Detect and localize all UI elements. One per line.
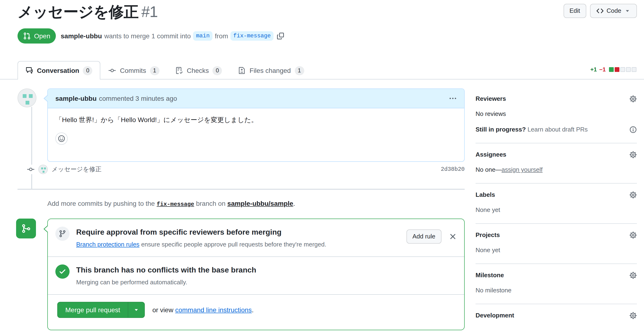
tab-files-changed[interactable]: Files changed 1 (230, 61, 312, 80)
avatar[interactable] (18, 88, 36, 108)
commit-sha-link[interactable]: 2d38b20 (441, 166, 465, 173)
no-reviews-text: No reviews (476, 109, 637, 119)
development-section: Development (476, 304, 637, 329)
diffstat-block-neutral (632, 67, 636, 72)
comment-header: sample-ubbu commented 3 minutes ago (48, 89, 464, 108)
development-heading: Development (476, 311, 514, 320)
files-changed-count: 1 (294, 66, 304, 75)
diffstat-block-neutral (626, 67, 631, 72)
add-rule-button[interactable]: Add rule (406, 230, 442, 244)
comment-author-link[interactable]: sample-ubbu (55, 94, 96, 102)
milestone-empty-text: No milestone (476, 286, 637, 295)
commits-count: 1 (150, 66, 159, 75)
gear-icon[interactable] (629, 231, 637, 239)
pr-sidebar: Reviewers No reviews Still in progress? … (476, 88, 637, 329)
no-assignee-text: No one— (476, 166, 502, 173)
base-branch-label[interactable]: main (193, 31, 212, 41)
pr-meta-text: sample-ubbu wants to merge 1 commit into… (61, 31, 284, 41)
mergeability-section: This branch has no conflicts with the ba… (48, 257, 464, 295)
code-icon (596, 7, 604, 15)
caret-down-icon (624, 8, 631, 14)
caret-down-icon (133, 306, 140, 313)
assign-yourself-link[interactable]: assign yourself (502, 166, 542, 173)
no-conflicts-subtitle: Merging can be performed automatically. (76, 278, 256, 287)
git-merge-icon (21, 224, 31, 233)
author-link[interactable]: sample-ubbu (61, 32, 102, 40)
deletions-count: −1 (599, 66, 606, 73)
pr-content: sample-ubbu commented 3 minutes ago 「Hel… (0, 80, 644, 332)
edit-button[interactable]: Edit (563, 4, 586, 18)
labels-section: Labels None yet (476, 184, 637, 224)
reviewers-section: Reviewers No reviews Still in progress? … (476, 88, 637, 143)
pull-request-icon (23, 32, 31, 40)
comment-body: 「Hello 世界!」から「Hello World!」にメッセージを変更しました… (48, 108, 464, 152)
command-line-instructions-link[interactable]: command line instructions (175, 306, 252, 314)
copy-branch-button[interactable] (277, 32, 284, 40)
milestone-section: Milestone No milestone (476, 264, 637, 304)
assignees-section: Assignees No one—assign yourself (476, 143, 637, 184)
pr-number: #1 (142, 3, 158, 20)
branch-icon-circle (55, 226, 70, 241)
branch-protection-rules-link[interactable]: Branch protection rules (76, 241, 139, 248)
code-button[interactable]: Code (590, 4, 637, 18)
cli-hint: or view command line instructions. (152, 306, 254, 314)
git-branch-icon (59, 230, 66, 238)
projects-section: Projects None yet (476, 224, 637, 264)
branch-protection-title: Require approval from specific reviewers… (76, 226, 326, 238)
pull-request-page: メッセージを修正#1 Edit Code Open sample-ubbu wa… (0, 0, 644, 334)
labels-heading: Labels (476, 190, 495, 200)
conversation-icon (26, 67, 33, 74)
commit-icon (27, 165, 34, 174)
no-conflicts-title: This branch has no conflicts with the ba… (76, 264, 256, 276)
commit-message-link[interactable]: メッセージを修正 (52, 165, 102, 174)
status-badge: Open (18, 28, 56, 44)
assignees-heading: Assignees (476, 150, 506, 160)
projects-heading: Projects (476, 230, 500, 240)
commit-row: メッセージを修正 2d38b20 (27, 164, 465, 175)
head-branch-label[interactable]: fix-message (230, 31, 274, 41)
gear-icon[interactable] (629, 95, 637, 103)
info-icon[interactable] (629, 126, 637, 134)
add-reaction-button[interactable] (55, 132, 68, 145)
labels-empty-text: None yet (476, 205, 637, 215)
diffstat-block-neutral (620, 67, 625, 72)
gear-icon[interactable] (629, 191, 637, 199)
tab-conversation[interactable]: Conversation 0 (18, 61, 100, 80)
reviewers-heading: Reviewers (476, 94, 506, 104)
merge-actions-footer: Merge pull request or view command line … (48, 295, 464, 325)
merge-pull-request-button[interactable]: Merge pull request (57, 302, 145, 318)
copy-icon (277, 32, 284, 40)
check-icon-circle (55, 264, 70, 279)
repo-link[interactable]: sample-ubbu/sample (227, 200, 293, 207)
conversation-count: 0 (83, 66, 92, 75)
diffstat-block-added (609, 67, 614, 72)
pr-description-comment: sample-ubbu commented 3 minutes ago 「Hel… (47, 88, 465, 162)
check-icon (59, 268, 66, 275)
branch-protection-section: Require approval from specific reviewers… (48, 219, 464, 257)
push-hint: Add more commits by pushing to the fix-m… (47, 199, 295, 210)
timeline-rail (31, 107, 32, 189)
tab-commits[interactable]: Commits 1 (100, 61, 167, 80)
checks-count: 0 (213, 66, 222, 75)
head-branch-link[interactable]: fix-message (156, 201, 194, 208)
smiley-icon (58, 135, 65, 142)
diffstat-block-deleted (615, 67, 620, 72)
pr-title-text: メッセージを修正 (18, 3, 139, 20)
diffstat[interactable]: +1 −1 (590, 66, 636, 73)
gear-icon[interactable] (629, 312, 637, 319)
draft-prs-link[interactable]: Learn about draft PRs (528, 126, 588, 133)
close-icon[interactable] (449, 233, 456, 240)
header-actions: Edit Code (563, 4, 637, 18)
pr-header: メッセージを修正#1 Edit Code Open sample-ubbu wa… (0, 0, 644, 44)
commit-icon (108, 67, 116, 74)
merge-options-dropdown[interactable] (128, 302, 144, 318)
files-changed-icon (238, 67, 246, 74)
tab-checks[interactable]: Checks 0 (167, 61, 230, 80)
gear-icon[interactable] (629, 272, 637, 279)
checks-icon (175, 67, 183, 74)
commit-author-avatar[interactable] (38, 165, 48, 174)
comment-text: 「Hello 世界!」から「Hello World!」にメッセージを変更しました… (55, 115, 456, 125)
kebab-menu-icon[interactable] (449, 94, 456, 102)
merge-box: Require approval from specific reviewers… (47, 218, 465, 330)
gear-icon[interactable] (629, 151, 637, 158)
